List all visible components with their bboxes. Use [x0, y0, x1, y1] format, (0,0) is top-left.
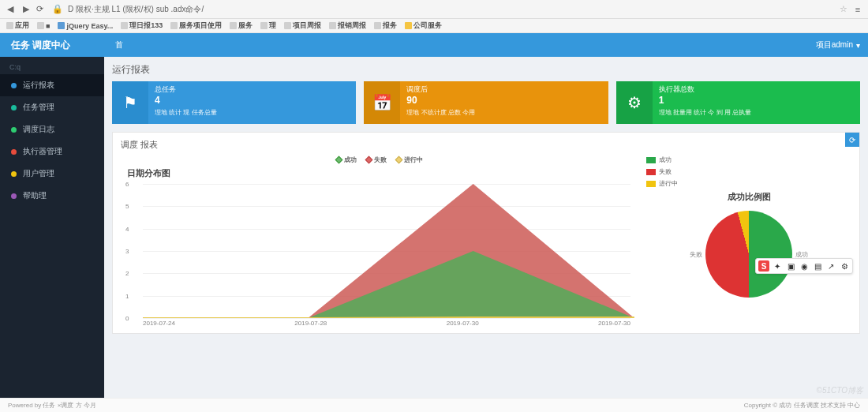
content: 运行报表 ⚑ 总任务4理地 统计 现 任务总量 📅 调度后90理地 不统计度 总… [104, 57, 868, 398]
dot-icon [11, 105, 17, 110]
star-icon[interactable]: ☆ [840, 4, 847, 14]
toolbar-icon[interactable]: ◉ [799, 260, 810, 272]
bookmark-item[interactable]: 报销周报 [329, 21, 366, 31]
bookmark-item[interactable]: 服务项目使用 [170, 21, 222, 31]
pie-graphic [705, 211, 792, 298]
sidebar-item-executors[interactable]: 执行器管理 [0, 140, 104, 163]
legend-marker-icon [395, 156, 403, 164]
stat-card-tasks[interactable]: ⚑ 总任务4理地 统计 现 任务总量 [112, 81, 356, 124]
watermark: ©51CTO博客 [817, 385, 863, 396]
sidebar-item-users[interactable]: 用户管理 [0, 163, 104, 185]
panel-title: 调度 报表 [121, 139, 851, 151]
sidebar-search[interactable]: C:q [0, 60, 104, 74]
toolbar-icon[interactable]: ▤ [812, 260, 823, 272]
app-header: 任务 调度中心 首 项目admin▾ [0, 33, 868, 57]
bookmark-item[interactable]: 项目周报 [284, 21, 321, 31]
back-icon[interactable]: ◀ [5, 4, 16, 15]
bookmarks-bar: 应用 ■ jQuery Easy... 理日报133 服务项目使用 服务 理 项… [0, 19, 868, 33]
nav-home[interactable]: 首 [104, 39, 123, 51]
dot-icon [11, 171, 17, 177]
sidebar-item-dashboard[interactable]: 运行报表 [0, 74, 104, 96]
sidebar: C:q 运行报表 任务管理 调度日志 执行器管理 用户管理 帮助理 [0, 57, 104, 398]
stat-card-schedules[interactable]: 📅 调度后90理地 不统计度 总数 今用 [364, 81, 608, 124]
bookmark-item[interactable]: 应用 [6, 21, 29, 31]
sidebar-item-tasks[interactable]: 任务管理 [0, 96, 104, 118]
legend-marker-icon [335, 156, 343, 164]
legend-marker-icon [365, 156, 373, 164]
toolbar-s-icon[interactable]: S [758, 260, 769, 272]
toolbar-icon[interactable]: ⚙ [839, 260, 850, 272]
user-menu[interactable]: 项目admin▾ [816, 39, 868, 51]
sidebar-item-help[interactable]: 帮助理 [0, 185, 104, 207]
area-chart: 成功 失败 进行中 日期分布图 6 5 4 3 2 1 0 [121, 155, 638, 327]
bookmark-item[interactable]: 理 [260, 21, 276, 31]
sliders-icon: ⚙ [616, 81, 653, 124]
pie-chart: 成功 失败 进行中 成功比例图 失败 成功 S ✦ ▣ ◉ [646, 155, 851, 327]
footer: Powered by 任务 ×调度 方 今月 Copyright © 成功 任务… [0, 398, 868, 412]
reload-icon[interactable]: ⟳ [36, 4, 47, 15]
app-logo: 任务 调度中心 [0, 39, 104, 52]
bookmark-item[interactable]: ■ [37, 22, 50, 30]
line-legend: 成功 失败 进行中 [121, 155, 638, 164]
calendar-icon: 📅 [364, 81, 400, 124]
browser-toolbar: ◀ ▶ ⟳ 🔒 D 限权·主规 L1 (限权/权) sub .adx命令/ ☆ … [0, 0, 868, 19]
chart-panel: 调度 报表 ⟳ 成功 失败 进行中 日期分布图 6 5 4 3 2 [112, 132, 860, 334]
dot-icon [11, 83, 17, 88]
secure-icon: 🔒 [52, 4, 63, 14]
bookmark-item[interactable]: jQuery Easy... [58, 22, 113, 30]
bookmark-item[interactable]: 理日报133 [121, 21, 163, 31]
toolbar-icon[interactable]: ▣ [785, 260, 796, 272]
pie-label-right: 成功 [795, 250, 808, 259]
dot-icon [11, 127, 17, 133]
dot-icon [11, 149, 17, 155]
pie-title: 成功比例图 [646, 191, 851, 203]
chevron-down-icon: ▾ [856, 41, 860, 50]
sidebar-item-logs[interactable]: 调度日志 [0, 118, 104, 140]
bookmark-item[interactable]: 公司服务 [405, 21, 442, 31]
forward-icon[interactable]: ▶ [21, 4, 32, 15]
section-title: 运行报表 [112, 63, 860, 77]
pie-label-left: 失败 [690, 250, 702, 259]
footer-left: Powered by 任务 ×调度 方 今月 [8, 401, 96, 410]
floating-toolbar[interactable]: S ✦ ▣ ◉ ▤ ↗ ⚙ [755, 258, 853, 274]
stat-card-executors[interactable]: ⚙ 执行器总数1理地 批量用 统计 今 到 用 总执量 [616, 81, 860, 124]
pie-legend: 成功 失败 进行中 [646, 155, 851, 188]
toolbar-icon[interactable]: ↗ [825, 260, 836, 272]
chart-title: 日期分布图 [127, 167, 638, 179]
bookmark-item[interactable]: 服务 [230, 21, 253, 31]
toolbar-icon[interactable]: ✦ [772, 260, 783, 272]
footer-right: Copyright © 成功 任务调度 技术支持 中心 [744, 401, 860, 410]
dot-icon [11, 193, 17, 199]
url-field[interactable]: D 限权·主规 L1 (限权/权) sub .adx命令/ [68, 4, 204, 15]
bookmark-item[interactable]: 报务 [374, 21, 397, 31]
menu-icon[interactable]: ≡ [852, 5, 863, 14]
flag-icon: ⚑ [112, 81, 148, 124]
refresh-button[interactable]: ⟳ [845, 133, 859, 147]
